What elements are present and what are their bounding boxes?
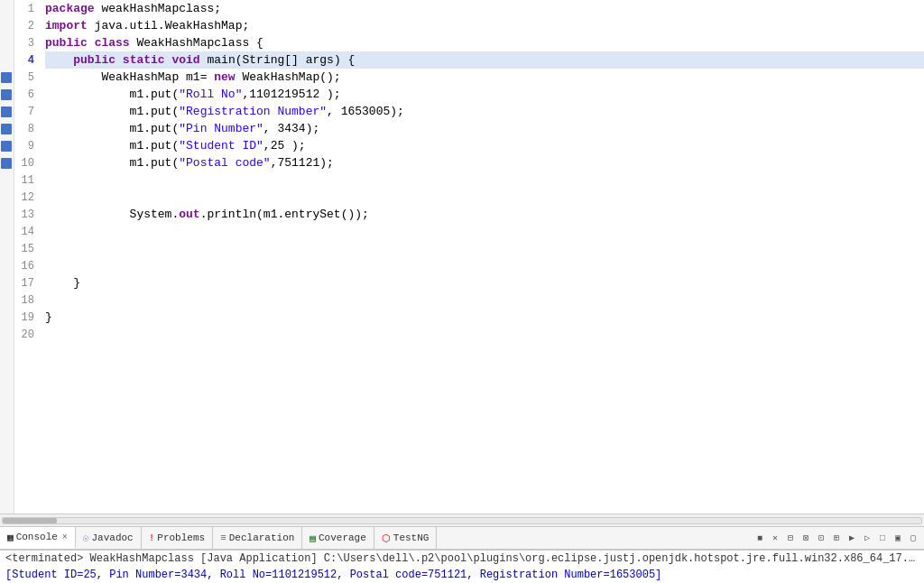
- javadoc-tab-label: Javadoc: [91, 532, 133, 543]
- code-segment: static: [123, 51, 165, 69]
- toolbar-btn-2[interactable]: ⊟: [783, 531, 798, 545]
- code-segment: m1.put(: [45, 137, 179, 154]
- code-segment: System.: [45, 206, 179, 223]
- testng-tab-icon: ⬡: [382, 532, 391, 544]
- code-segment: , 3434);: [263, 120, 319, 137]
- code-lines[interactable]: package weakHashMapclass;import java.uti…: [42, 0, 924, 514]
- toolbar-btn-6[interactable]: ▶: [845, 531, 859, 545]
- toolbar-btn-8[interactable]: □: [875, 531, 890, 545]
- scrollbar-thumb[interactable]: [3, 518, 57, 523]
- coverage-tab-label: Coverage: [319, 532, 366, 543]
- console-tab-label: Console: [16, 532, 58, 542]
- toolbar-btn-4[interactable]: ⊡: [814, 531, 828, 545]
- console-output-text: [Student ID=25, Pin Number=3434, Roll No…: [0, 567, 924, 583]
- gutter-row: [0, 51, 14, 69]
- gutter-row: [0, 86, 14, 103]
- code-segment: "Postal code": [179, 154, 270, 171]
- problems-tab-icon: !: [149, 532, 155, 543]
- tab-coverage[interactable]: ▤Coverage: [302, 527, 374, 549]
- code-segment: package: [45, 0, 95, 17]
- tab-problems[interactable]: !Problems: [142, 527, 213, 549]
- code-line: [45, 326, 924, 343]
- line-number: 10: [14, 154, 38, 171]
- code-line: System.out.println(m1.entrySet());: [45, 206, 924, 223]
- code-line: m1.put("Student ID",25 );: [45, 137, 924, 154]
- linenum-column: 1234567891011121314151617181920: [14, 0, 42, 514]
- code-segment: WeakHashMap m1=: [45, 69, 214, 86]
- gutter-row: [0, 189, 14, 206]
- code-line: WeakHashMap m1= new WeakHashMap();: [45, 69, 924, 86]
- problems-tab-label: Problems: [157, 532, 205, 543]
- code-segment: void: [171, 51, 199, 69]
- gutter-row: [0, 17, 14, 34]
- tab-testng[interactable]: ⬡TestNG: [374, 527, 438, 549]
- coverage-tab-icon: ▤: [310, 532, 316, 544]
- bookmark-icon: [1, 124, 12, 134]
- code-segment: "Roll No": [179, 86, 242, 103]
- code-container: 1234567891011121314151617181920 package …: [0, 0, 924, 514]
- code-line: [45, 223, 924, 240]
- gutter-row: [0, 223, 14, 240]
- scrollbar-track[interactable]: [2, 517, 922, 524]
- declaration-tab-label: Declaration: [229, 532, 295, 543]
- gutter-row: [0, 69, 14, 86]
- gutter-row: [0, 154, 14, 171]
- code-line: public class WeakHashMapclass {: [45, 34, 924, 51]
- toolbar-btn-7[interactable]: ▷: [860, 531, 874, 545]
- code-segment: "Registration Number": [179, 103, 327, 120]
- code-segment: public: [45, 51, 116, 69]
- code-line: [45, 292, 924, 309]
- toolbar-btn-3[interactable]: ⊠: [799, 531, 813, 545]
- line-number: 6: [14, 86, 38, 103]
- code-line: m1.put("Pin Number", 3434);: [45, 120, 924, 137]
- toolbar-btn-5[interactable]: ⊞: [829, 531, 844, 545]
- gutter-row: [0, 34, 14, 51]
- gutter-row: [0, 0, 14, 17]
- gutter-row: [0, 274, 14, 292]
- code-segment: out: [179, 206, 199, 223]
- line-number: 15: [14, 240, 38, 257]
- line-number: 17: [14, 274, 38, 292]
- bookmark-icon: [1, 89, 12, 100]
- console-tab-icon: ▦: [7, 532, 14, 543]
- code-segment: ,25 );: [263, 137, 306, 154]
- code-segment: m1.put(: [45, 154, 179, 171]
- line-number: 4: [14, 51, 38, 69]
- gutter-row: [0, 206, 14, 223]
- code-line: public static void main(String[] args) {: [45, 51, 924, 69]
- tab-javadoc[interactable]: ☉Javadoc: [76, 527, 142, 549]
- line-number: 5: [14, 69, 38, 86]
- left-margin: 1234567891011121314151617181920: [0, 0, 42, 514]
- code-segment: main(String[] args) {: [200, 51, 356, 69]
- code-line: package weakHashMapclass;: [45, 0, 924, 17]
- bookmark-icon: [1, 72, 12, 83]
- line-number: 16: [14, 257, 38, 274]
- code-segment: , 1653005);: [327, 103, 404, 120]
- line-number: 1: [14, 0, 38, 17]
- gutter-row: [0, 171, 14, 189]
- code-segment: weakHashMapclass;: [95, 0, 221, 17]
- line-number: 12: [14, 189, 38, 206]
- gutter-row: [0, 292, 14, 309]
- gutter-column: [0, 0, 14, 514]
- tab-console[interactable]: ▦Console×: [0, 527, 76, 549]
- gutter-row: [0, 240, 14, 257]
- bookmark-icon: [1, 106, 12, 117]
- horizontal-scrollbar[interactable]: [0, 514, 924, 526]
- tab-toolbar: ■✕⊟⊠⊡⊞▶▷□▣▢: [749, 527, 924, 549]
- console-tab-close[interactable]: ×: [62, 532, 68, 542]
- code-segment: WeakHashMapclass {: [130, 34, 263, 51]
- toolbar-btn-0[interactable]: ■: [753, 531, 767, 545]
- line-number: 8: [14, 120, 38, 137]
- toolbar-btn-9[interactable]: ▣: [891, 531, 905, 545]
- code-segment: import: [45, 17, 88, 34]
- gutter-row: [0, 103, 14, 120]
- code-segment: class: [95, 34, 130, 51]
- code-segment: "Student ID": [179, 137, 263, 154]
- tab-declaration[interactable]: ≡Declaration: [213, 527, 302, 549]
- toolbar-btn-1[interactable]: ✕: [768, 531, 782, 545]
- code-line: }: [45, 274, 924, 292]
- code-segment: [116, 51, 123, 69]
- toolbar-btn-10[interactable]: ▢: [906, 531, 920, 545]
- code-segment: public: [45, 34, 88, 51]
